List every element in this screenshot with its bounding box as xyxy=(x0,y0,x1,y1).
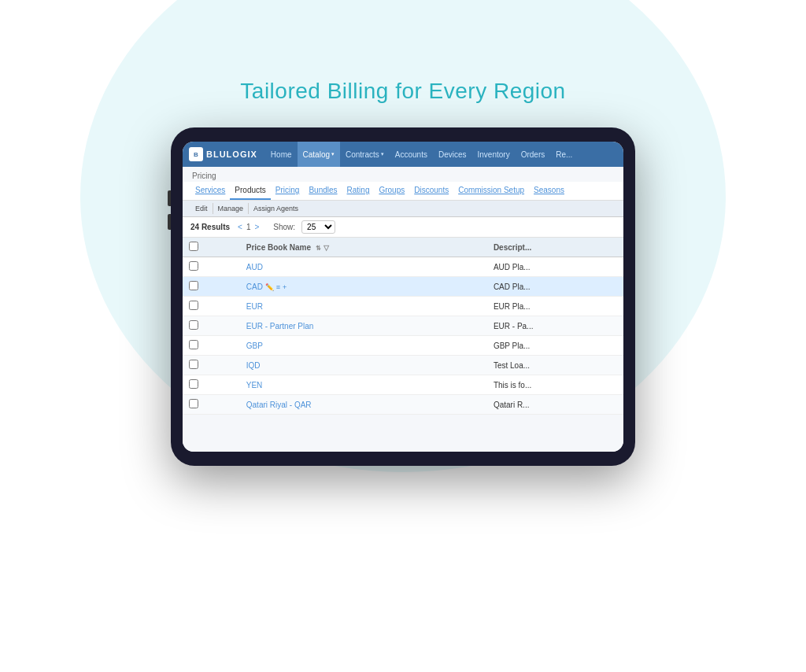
row-checkbox[interactable] xyxy=(189,360,198,369)
price-book-name-cell[interactable]: IQD xyxy=(240,356,487,375)
nav-accounts[interactable]: Accounts xyxy=(390,142,433,167)
page-background: Tailored Billing for Every Region B BLUL… xyxy=(0,0,806,672)
row-checkbox[interactable] xyxy=(189,340,198,349)
filter-icon[interactable]: ▽ xyxy=(324,244,329,252)
description-cell: This is fo... xyxy=(487,375,623,395)
manage-button[interactable]: Manage xyxy=(213,203,250,214)
row-checkbox-cell xyxy=(183,336,240,356)
table-row: IQD Test Loa... xyxy=(183,356,623,375)
tablet-frame: B BLULOGIX Home Catalog ▾ Contracts ▾ Ac… xyxy=(171,127,635,466)
next-page-button[interactable]: > xyxy=(253,223,261,231)
table-header-row: Price Book Name ⇅ ▽ Descript... xyxy=(183,238,623,257)
row-checkbox[interactable] xyxy=(189,379,198,389)
nav-more[interactable]: Re... xyxy=(550,142,578,167)
tab-discounts[interactable]: Discounts xyxy=(409,182,453,200)
table-row: CAD ✏️ ≡ + CAD Pla... xyxy=(183,277,623,297)
tab-groups[interactable]: Groups xyxy=(374,182,409,200)
navbar: B BLULOGIX Home Catalog ▾ Contracts ▾ Ac… xyxy=(183,142,623,167)
edit-button[interactable]: Edit xyxy=(190,203,213,214)
tabs-bar: Services Products Pricing Bundles Rating… xyxy=(183,182,623,201)
row-checkbox-cell xyxy=(183,316,240,336)
tablet-side-button-top xyxy=(168,190,171,206)
price-book-name-cell[interactable]: EUR xyxy=(240,297,487,316)
description-cell: Qatari R... xyxy=(487,395,623,415)
row-checkbox[interactable] xyxy=(189,281,198,290)
table-row: YEN This is fo... xyxy=(183,375,623,395)
table-row: EUR - Partner Plan EUR - Pa... xyxy=(183,316,623,336)
show-label: Show: xyxy=(273,223,295,231)
row-checkbox-cell xyxy=(183,277,240,297)
price-book-name-cell[interactable]: CAD ✏️ ≡ + xyxy=(240,277,487,297)
tab-products[interactable]: Products xyxy=(230,182,270,200)
breadcrumb: Pricing xyxy=(183,167,623,182)
description-cell: EUR - Pa... xyxy=(487,316,623,336)
tab-rating[interactable]: Rating xyxy=(342,182,375,200)
tablet-side-button-bottom xyxy=(168,214,171,230)
tab-bundles[interactable]: Bundles xyxy=(304,182,342,200)
price-book-table: Price Book Name ⇅ ▽ Descript... AUD xyxy=(183,238,623,415)
prev-page-button[interactable]: < xyxy=(236,223,244,231)
row-checkbox[interactable] xyxy=(189,399,198,408)
nav-devices[interactable]: Devices xyxy=(433,142,472,167)
description-cell: EUR Pla... xyxy=(487,297,623,316)
price-book-name-cell[interactable]: YEN xyxy=(240,375,487,395)
table-body: AUD AUD Pla... CAD ✏️ ≡ xyxy=(183,257,623,415)
row-checkbox[interactable] xyxy=(189,301,198,310)
select-all-checkbox[interactable] xyxy=(189,242,198,251)
description-cell: GBP Pla... xyxy=(487,336,623,356)
table-row: GBP GBP Pla... xyxy=(183,336,623,356)
table-row: Qatari Riyal - QAR Qatari R... xyxy=(183,395,623,415)
nav-inventory[interactable]: Inventory xyxy=(472,142,516,167)
list-row-icon[interactable]: ≡ xyxy=(276,283,280,291)
pagination: < 1 > xyxy=(236,223,261,231)
price-book-name-cell[interactable]: Qatari Riyal - QAR xyxy=(240,395,487,415)
row-checkbox-cell xyxy=(183,395,240,415)
row-actions: ✏️ ≡ + xyxy=(265,283,287,291)
nav-orders[interactable]: Orders xyxy=(516,142,551,167)
row-checkbox[interactable] xyxy=(189,320,198,330)
results-bar: 24 Results < 1 > Show: 25 50 100 xyxy=(183,217,623,238)
description-cell: CAD Pla... xyxy=(487,277,623,297)
description-cell: Test Loa... xyxy=(487,356,623,375)
price-book-name-header[interactable]: Price Book Name ⇅ ▽ xyxy=(240,238,487,257)
tab-seasons[interactable]: Seasons xyxy=(529,182,569,200)
price-book-name-cell[interactable]: EUR - Partner Plan xyxy=(240,316,487,336)
hero-title: Tailored Billing for Every Region xyxy=(240,79,565,104)
add-row-icon[interactable]: + xyxy=(283,283,287,291)
tab-commission-setup[interactable]: Commission Setup xyxy=(453,182,529,200)
nav-catalog[interactable]: Catalog ▾ xyxy=(298,142,340,167)
select-all-header xyxy=(183,238,240,257)
logo-letter: B xyxy=(194,151,198,158)
table-row: AUD AUD Pla... xyxy=(183,257,623,277)
row-checkbox-cell xyxy=(183,257,240,277)
price-book-name-cell[interactable]: AUD xyxy=(240,257,487,277)
price-book-name-cell[interactable]: GBP xyxy=(240,336,487,356)
nav-home[interactable]: Home xyxy=(265,142,298,167)
row-checkbox[interactable] xyxy=(189,261,198,271)
row-checkbox-cell xyxy=(183,356,240,375)
logo-text: BLULOGIX xyxy=(206,150,257,159)
table-row: EUR EUR Pla... xyxy=(183,297,623,316)
description-cell: AUD Pla... xyxy=(487,257,623,277)
results-count: 24 Results xyxy=(190,223,230,231)
show-select[interactable]: 25 50 100 xyxy=(301,220,335,234)
row-checkbox-cell xyxy=(183,297,240,316)
nav-contracts[interactable]: Contracts ▾ xyxy=(340,142,390,167)
toolbar: Edit Manage Assign Agents xyxy=(183,201,623,217)
edit-row-icon[interactable]: ✏️ xyxy=(265,283,274,291)
table-container: Price Book Name ⇅ ▽ Descript... AUD xyxy=(183,238,623,452)
row-checkbox-cell xyxy=(183,375,240,395)
logo: B BLULOGIX xyxy=(189,147,257,161)
content-area: Pricing Services Products Pricing Bundle… xyxy=(183,167,623,452)
tablet-screen: B BLULOGIX Home Catalog ▾ Contracts ▾ Ac… xyxy=(183,142,623,452)
logo-icon: B xyxy=(189,147,203,161)
tab-pricing[interactable]: Pricing xyxy=(271,182,305,200)
sort-icons: ⇅ xyxy=(316,245,321,252)
catalog-dropdown-arrow: ▾ xyxy=(331,151,335,157)
assign-agents-button[interactable]: Assign Agents xyxy=(249,203,303,214)
description-header: Descript... xyxy=(487,238,623,257)
current-page: 1 xyxy=(246,223,251,231)
contracts-dropdown-arrow: ▾ xyxy=(381,151,384,157)
tab-services[interactable]: Services xyxy=(190,182,230,200)
